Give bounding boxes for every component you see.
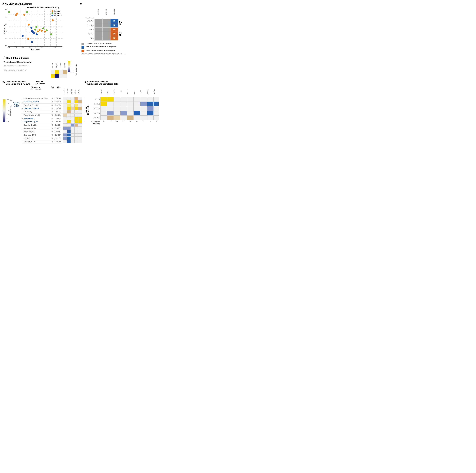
heatmap-cell — [78, 100, 82, 103]
nmds-dot — [36, 33, 38, 35]
heatmap-cell-e — [147, 116, 153, 120]
heatmap-cell — [67, 107, 71, 110]
heatmap-cell — [78, 103, 82, 107]
taxonomy-rows: Lachnospiracea_incertae_sedis(100)10Otu0… — [21, 97, 82, 143]
genus-label: Butyricicoccus(100) — [23, 121, 50, 123]
heatmap-cell-e — [114, 116, 120, 120]
otu-cell: Otu0733 — [54, 114, 63, 116]
heatmap-cell — [71, 103, 74, 107]
panel-e-title1: Correlations between — [87, 81, 118, 83]
panel-e-label: E — [85, 81, 86, 84]
heatmap-cell-e — [120, 102, 127, 106]
genus-label: Papillibacter(100) — [23, 141, 50, 143]
panel-e-title2: Lipidomics and Somalogic Data — [87, 83, 118, 85]
nmds-dot — [31, 41, 33, 43]
taxonomy-row: →Clostridium_XIVa(100)15Otu0599 — [21, 107, 82, 110]
panel-d: D Correlations between Lipidomics and OT… — [2, 80, 83, 144]
nmds-dot — [22, 35, 24, 37]
taxonomy-row: Clostridium_III(100)18Otu0937 — [21, 133, 82, 137]
nmds-dot — [50, 33, 52, 35]
heatmap-cell-e — [140, 106, 147, 111]
heatmap-cell-e — [147, 102, 153, 106]
heatmap-cell — [67, 120, 71, 123]
heatmap-cell — [63, 130, 67, 133]
category-num: 14 — [120, 121, 127, 122]
heatmap-cell — [74, 117, 78, 120]
heatmap-cell-e — [140, 111, 147, 116]
col-tnfsf11: TNFSF11 — [134, 86, 140, 97]
table-row: PC 37:4 SU — [82, 32, 123, 36]
nmds-dot — [41, 30, 43, 32]
heatmap-cell — [67, 133, 71, 136]
colorbar-c: 0.50≤-0.5 — [68, 61, 73, 72]
heatmap-cell — [78, 97, 82, 100]
physio-row1: Gastrocnemius muscle mass (mg/g) — [4, 65, 49, 66]
taxonomy-row: Lachnospiracea_incertae_sedis(100)10Otu0… — [21, 97, 82, 100]
cat-cell: 15 — [50, 124, 54, 126]
col-header-18m24m: 18M-24M — [110, 7, 118, 17]
heatmap-cell — [63, 140, 67, 143]
heatmap-cell — [78, 110, 82, 113]
heatmap-cell — [67, 100, 71, 103]
heatmap-e-row: LPI 16:0 — [90, 106, 159, 111]
col-il17rd: IL17RD — [114, 86, 120, 97]
heatmap-cell-e — [100, 97, 107, 102]
physio-row2: Sciatic response amplitude (mV) — [4, 69, 49, 71]
lipid-name-header: Lipid Name — [82, 17, 94, 19]
heatmap-cell — [74, 97, 78, 100]
heatmap-cell-e — [120, 97, 127, 102]
taxonomy-row: →Clostridium_XIVa(100)15Otu0126 — [21, 100, 82, 103]
heatmap-cell-e — [107, 106, 114, 111]
col-pc374: PC 37:4 — [74, 86, 78, 96]
colorbar-d-values: 0.60.40.20-0.2-0.4-0.6 — [7, 99, 9, 122]
genus-label: Elusimicrobium(100) — [23, 124, 50, 126]
heatmap-cell-e — [100, 102, 107, 106]
colorbar-c-label: Correlation Value — [76, 64, 77, 75]
heatmap-cell-e — [107, 116, 114, 120]
heatmap-cell-e — [134, 116, 140, 120]
otu-cell: Otu0761 — [54, 127, 63, 130]
heatmap-cell — [71, 117, 74, 120]
panel-d-title-line1: Correlations between — [6, 81, 30, 83]
category-num: 14 — [134, 121, 140, 122]
col-atp5b: ATP5B — [107, 86, 114, 97]
genus-label: Clostridium_XIVa(100) — [23, 101, 50, 103]
taxonomy-row: Dongia(100)15Otu0705 — [21, 110, 82, 114]
nmds-dot — [34, 29, 36, 31]
heatmap-cell-e — [153, 106, 159, 111]
genus-label: Parasporobacterium(100) — [23, 114, 50, 116]
heatmap-cell — [78, 114, 82, 117]
category-num: 17 — [153, 121, 159, 122]
otus-header: OTUs — [54, 86, 63, 96]
nmds-dot — [35, 26, 37, 28]
heatmap-cell — [74, 127, 78, 130]
heatmap-cell — [63, 133, 67, 136]
table-row: SE 20:4 SU — [82, 36, 123, 40]
heatmap-cell-e — [147, 106, 153, 111]
proteins-label: Proteins — [90, 123, 100, 124]
heatmap-cell-e — [127, 111, 134, 116]
heatmap-cell-e — [140, 116, 147, 120]
categories-row: Categories 81314141414171717 — [90, 121, 159, 122]
heatmap-cell — [78, 107, 82, 110]
panel-a-label: A — [2, 2, 4, 5]
cat18-label: Cat 18 — [118, 19, 123, 27]
heatmap-cell-e — [114, 102, 120, 106]
heatmap-cell-e — [127, 106, 134, 111]
nmds-legend: 8 months 18 months 24 months — [51, 10, 62, 17]
col-epha10: EPHA10 — [147, 86, 153, 97]
col-cbx5: CBX5 — [120, 86, 127, 97]
heatmap-cell — [74, 120, 78, 123]
heatmap-cell-e — [134, 106, 140, 111]
cat15-label: Cat 15 — [118, 27, 123, 40]
heatmap-cell — [78, 133, 82, 136]
heatmap-cell — [63, 117, 67, 120]
panel-a: A NMDS Plot of Lipidomics nonmetric Mult… — [2, 2, 79, 55]
category-numbers: 81314141414171717 — [100, 121, 159, 122]
row-label-e: SE 20:4 — [90, 99, 100, 100]
proteins-label-row: Proteins — [90, 123, 159, 124]
category-num: 14 — [127, 121, 134, 122]
x-axis-label: Dimension I — [8, 48, 63, 50]
otu-cell: Otu1081 — [54, 137, 63, 139]
panel-e: E Correlations between Lipidomics and So… — [84, 80, 159, 144]
